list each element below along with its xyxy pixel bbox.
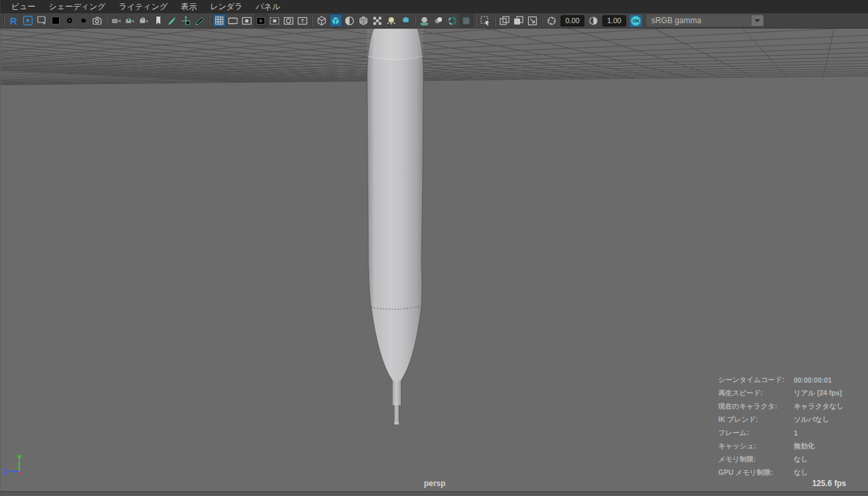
gamma-field[interactable]: 1.00: [602, 15, 626, 26]
menu-panels[interactable]: パネル: [249, 0, 287, 13]
film-gate-icon[interactable]: [227, 14, 240, 27]
previous-view-icon[interactable]: [110, 14, 123, 27]
safe-title-icon[interactable]: T: [296, 14, 309, 27]
hud-value: なし: [794, 468, 808, 477]
hud-label: キャッシュ:: [718, 442, 794, 451]
menu-lighting[interactable]: ライティング: [112, 0, 174, 13]
hud-value: 1: [794, 429, 798, 437]
paint-effects-brush-icon[interactable]: [166, 14, 179, 27]
wireframe-cube-icon[interactable]: [315, 14, 329, 27]
hud-label: フレーム:: [718, 428, 794, 438]
colorspace-on-toggle[interactable]: ON: [629, 15, 642, 27]
bookmark-icon[interactable]: [152, 14, 165, 27]
pencil-sleeve[interactable]: [393, 381, 402, 405]
hud-label: メモリ制限:: [718, 455, 794, 464]
panel-menu-bar: ビュー シェーディング ライティング 表示 レンダラ パネル: [0, 0, 868, 13]
disabled-square-icon: [49, 14, 62, 27]
menu-show[interactable]: 表示: [174, 0, 203, 13]
panel-toolbar: R: [0, 13, 868, 28]
hud-label: 再生スピード:: [718, 389, 794, 398]
hud-row-frame: フレーム: 1: [718, 426, 861, 440]
chevron-down-icon[interactable]: [751, 15, 763, 26]
toolbar-separator: [106, 15, 107, 26]
grid-display-icon[interactable]: [213, 14, 226, 27]
grease-pencil-icon[interactable]: [193, 14, 207, 27]
menu-renderer[interactable]: レンダラ: [203, 0, 249, 13]
snapshot-window-icon[interactable]: [35, 14, 48, 27]
x-axis-line: [19, 471, 21, 474]
lighting-bulb-icon[interactable]: [385, 14, 398, 27]
z-axis-label: Z: [3, 468, 7, 475]
toolbar-separator: [209, 15, 210, 26]
menu-view[interactable]: ビュー: [5, 0, 42, 13]
checker-material-icon[interactable]: [371, 14, 384, 27]
hud-label: GPU メモリ制限:: [718, 468, 794, 477]
image-plane-icon[interactable]: [498, 14, 512, 27]
ground-grid: [0, 28, 868, 85]
hud-value: 無効化: [794, 442, 815, 451]
field-chart-icon[interactable]: [268, 14, 282, 27]
disabled-refresh-icon: [77, 14, 90, 27]
hud-value: リアル [24 fps]: [794, 389, 842, 398]
colorspace-dropdown[interactable]: sRGB gamma: [646, 14, 764, 27]
snapshot-camera-icon[interactable]: [91, 14, 104, 27]
exposure-field[interactable]: 0.00: [561, 15, 584, 26]
toolbar-separator: [414, 15, 415, 26]
hud-row-playback-speed: 再生スピード: リアル [24 fps]: [718, 387, 861, 400]
toolbar-separator: [494, 15, 496, 26]
image-plane-filled-icon[interactable]: [512, 14, 525, 27]
toolbar-separator: [3, 15, 5, 26]
fog-disabled-icon[interactable]: [460, 14, 473, 27]
colorspace-selected-value: sRGB gamma: [647, 16, 751, 25]
toolbar-separator: [541, 15, 543, 26]
axis-orientation-gizmo: Y Z: [3, 455, 34, 481]
lock-camera-icon[interactable]: [124, 14, 137, 27]
window-bottom-strip: [0, 491, 868, 496]
depth-of-field-ring-icon[interactable]: [446, 14, 459, 27]
pan-zoom-icon[interactable]: [526, 14, 539, 27]
smooth-shaded-cube-icon[interactable]: [329, 14, 343, 27]
gate-mask-icon[interactable]: [254, 14, 268, 27]
pencil-body[interactable]: [367, 28, 423, 422]
hud-label: 現在のキャラクタ:: [718, 402, 794, 411]
shadows-ball-icon[interactable]: [399, 14, 412, 27]
ambient-occlusion-ball-icon[interactable]: [418, 14, 431, 27]
hud-row-gpu-memory-limit: GPU メモリ制限: なし: [718, 466, 861, 479]
pencil-lead[interactable]: [394, 405, 399, 424]
resolution-gate-icon[interactable]: [241, 14, 254, 27]
motion-blur-ball-icon[interactable]: [432, 14, 445, 27]
exposure-aperture-icon[interactable]: [545, 14, 559, 27]
hud-value: 00:00:00:01: [794, 376, 832, 384]
on-toggle-icon: ON: [631, 16, 641, 26]
hud-row-cache: キャッシュ: 無効化: [718, 440, 861, 453]
hud-value: キャラクタなし: [794, 402, 843, 411]
default-material-cube-icon[interactable]: [357, 14, 370, 27]
hud-value: ソルバなし: [794, 415, 830, 424]
hud-row-memory-limit: メモリ制限: なし: [718, 453, 861, 466]
hud-value: なし: [794, 455, 808, 464]
wireframe-on-shaded-icon[interactable]: [343, 14, 356, 27]
fps-counter: 125.6 fps: [812, 479, 846, 488]
render-sequence-play-icon[interactable]: [21, 14, 34, 27]
disabled-gear-icon: [63, 14, 76, 27]
camera-attributes-icon[interactable]: [138, 14, 151, 27]
hud-row-timecode: シーンタイムコード: 00:00:00:01: [718, 373, 861, 387]
pencil-model[interactable]: [367, 28, 423, 424]
pencil-cap-band: [367, 28, 423, 60]
hud-label: シーンタイムコード:: [718, 375, 794, 385]
hud-row-current-character: 現在のキャラクタ: キャラクタなし: [718, 400, 861, 413]
heads-up-display: シーンタイムコード: 00:00:00:01 再生スピード: リアル [24 f…: [718, 373, 861, 479]
perspective-viewport[interactable]: シーンタイムコード: 00:00:00:01 再生スピード: リアル [24 f…: [0, 28, 868, 491]
move-manipulator-icon[interactable]: [180, 14, 193, 27]
pencil-lead-tip: [394, 422, 399, 424]
hud-label: IK ブレンド:: [718, 415, 794, 424]
svg-text:T: T: [301, 18, 304, 24]
renderman-logo-icon[interactable]: R: [7, 14, 21, 27]
contrast-gamma-icon[interactable]: [587, 14, 600, 27]
hud-row-ik-blend: IK ブレンド: ソルバなし: [718, 413, 861, 426]
isolate-select-icon[interactable]: [479, 14, 492, 27]
safe-action-icon[interactable]: [282, 14, 296, 27]
maya-viewport-window: ビュー シェーディング ライティング 表示 レンダラ パネル R: [0, 0, 868, 496]
toolbar-separator: [475, 15, 476, 26]
menu-shading[interactable]: シェーディング: [42, 0, 113, 13]
